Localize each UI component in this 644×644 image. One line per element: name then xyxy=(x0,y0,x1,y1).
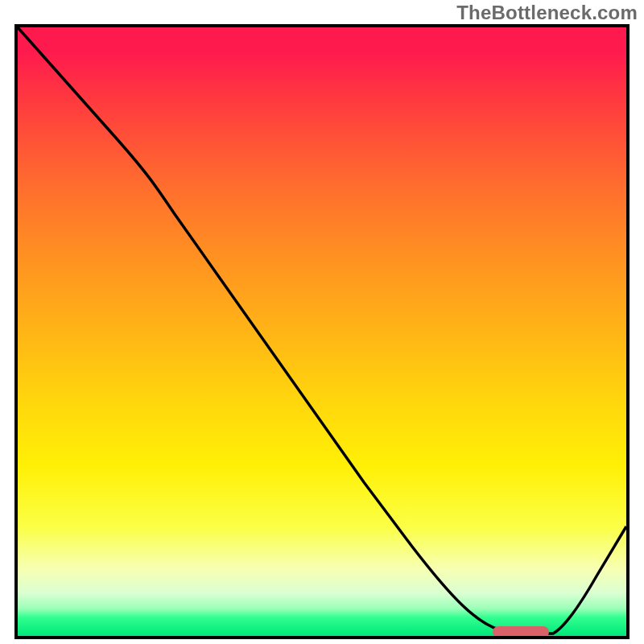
curve-path xyxy=(18,27,626,634)
plot-area xyxy=(14,24,630,639)
watermark-text: TheBottleneck.com xyxy=(456,2,638,24)
bottleneck-curve xyxy=(18,27,626,636)
optimal-marker xyxy=(493,626,549,638)
chart-container: TheBottleneck.com xyxy=(0,0,644,644)
